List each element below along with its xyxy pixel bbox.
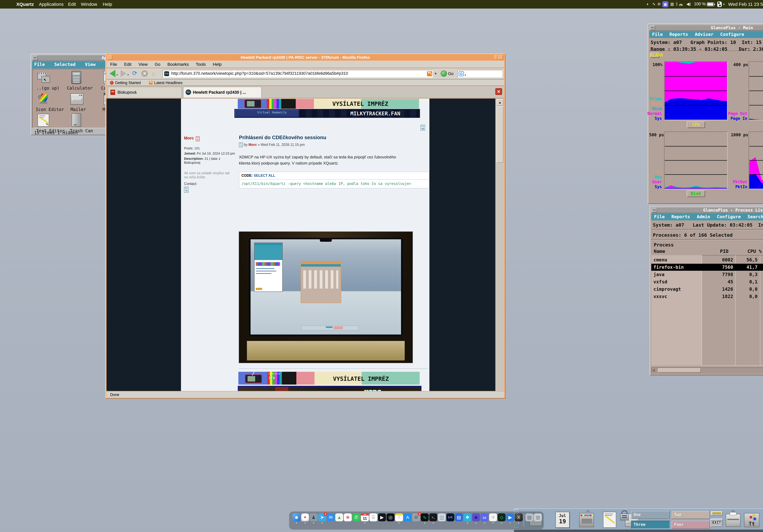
- menu-reports[interactable]: Reports: [670, 32, 688, 37]
- menu-file[interactable]: File: [652, 32, 663, 37]
- dock-reminders-icon[interactable]: ☰: [370, 513, 378, 521]
- workspace-two-button[interactable]: Two: [672, 511, 710, 519]
- dock-apple-tv-icon[interactable]: ▶: [378, 513, 386, 521]
- dock-remote-icon[interactable]: ▤: [455, 513, 463, 521]
- dock-notes-icon[interactable]: ≡: [395, 513, 403, 521]
- menu-file[interactable]: File: [110, 62, 117, 67]
- go-button-icon[interactable]: [441, 71, 447, 76]
- menu-bookmarks[interactable]: Bookmarks: [167, 62, 189, 67]
- menu-adviser[interactable]: Adviser: [695, 32, 713, 37]
- bookmark-latest-headlines[interactable]: Latest Headlines: [154, 80, 182, 85]
- url-bar[interactable]: ŠTB http://forum.370.network/viewtopic.p…: [163, 70, 433, 77]
- dock-photo-booth-icon[interactable]: ☻: [472, 513, 480, 521]
- col-pid[interactable]: PID: [720, 248, 728, 255]
- calculator-icon[interactable]: [71, 71, 81, 84]
- post-photo[interactable]: [239, 231, 413, 363]
- exit-button[interactable]: EXIT: [710, 519, 723, 526]
- dock-lightroom-classic-icon[interactable]: LrC: [446, 513, 454, 521]
- home-icon[interactable]: ⌂: [152, 70, 155, 77]
- contact-icon[interactable]: F2 7B: [184, 187, 188, 192]
- subpanel-up-arrow[interactable]: [731, 509, 735, 512]
- menu-admin[interactable]: Admin: [697, 214, 710, 220]
- print-view-icon[interactable]: F1 00: [421, 125, 425, 131]
- menu-go[interactable]: Go: [155, 62, 161, 67]
- process-row-firefox-bin[interactable]: firefox-bin756041,71,1SLEEP: [651, 264, 763, 271]
- file-manager-minimize[interactable]: [33, 55, 38, 60]
- go-up-icon[interactable]: ↖: [38, 73, 51, 83]
- dock-calendar-icon[interactable]: FEB11: [361, 513, 369, 521]
- text-editor-item-icon[interactable]: [38, 114, 49, 127]
- post-icon[interactable]: F1 13: [239, 143, 243, 147]
- dock-activity-monitor-icon[interactable]: ∿: [421, 513, 429, 521]
- bluetooth-icon[interactable]: ᛒ: [676, 2, 678, 6]
- menu-search[interactable]: Search: [748, 214, 763, 220]
- forward-dropdown-icon[interactable]: ▾: [127, 73, 129, 77]
- process-row-vxsvc[interactable]: vxsvc18220,00,0OTHER: [651, 293, 763, 300]
- glance-main-minimize[interactable]: [650, 26, 655, 30]
- stats-icon[interactable]: ∿: [652, 2, 656, 6]
- process-row-cimprovagt[interactable]: cimprovagt14260,00,0SLEEP: [651, 286, 763, 293]
- trash-can-icon[interactable]: [72, 113, 81, 127]
- icon-editor-icon[interactable]: [37, 93, 50, 105]
- firefox-maximize[interactable]: [498, 55, 503, 60]
- menu-view[interactable]: View: [85, 62, 95, 67]
- mailer-label[interactable]: Mailer: [70, 107, 86, 112]
- subpanel-up-arrow[interactable]: [586, 509, 591, 512]
- dock-telegram-icon[interactable]: ➤1: [318, 513, 326, 521]
- workspace-three-button[interactable]: Three: [631, 521, 670, 529]
- workspace-four-button[interactable]: Four: [672, 521, 710, 529]
- dock-safari-icon[interactable]: ✦: [301, 513, 309, 521]
- menu-reports[interactable]: Reports: [671, 214, 690, 220]
- dock-system-settings-icon[interactable]: ⚙1: [412, 513, 420, 521]
- process-list-minimize[interactable]: [652, 208, 657, 212]
- dock-green-app-icon[interactable]: ◇: [497, 513, 505, 521]
- icon-editor-label[interactable]: Icon Editor: [36, 107, 64, 112]
- scroll-up-arrow[interactable]: ▲: [496, 99, 503, 106]
- search-engine-icon[interactable]: G: [459, 71, 464, 76]
- moon-icon[interactable]: ◐: [647, 2, 649, 6]
- wifi-icon[interactable]: (((: [679, 4, 683, 6]
- volume-icon[interactable]: ◀): [686, 2, 691, 6]
- firefox-minimize[interactable]: [107, 55, 112, 60]
- disk-button[interactable]: Disk: [687, 190, 705, 197]
- tab-hewlett-packard[interactable]: ŠTB Hewlett Packard rp2430 | ...: [183, 87, 262, 98]
- menu-help[interactable]: Help: [213, 62, 222, 67]
- menu-help[interactable]: Help: [103, 2, 112, 7]
- menu-edit[interactable]: Edit: [124, 62, 131, 67]
- app-menu-xquartz[interactable]: XQuartz: [16, 2, 34, 7]
- privacy-icon[interactable]: ⊘: [657, 2, 661, 6]
- bookmark-getting-started[interactable]: Getting Started: [115, 80, 141, 85]
- page-scrollbar[interactable]: ▲: [496, 99, 504, 391]
- menu-tools[interactable]: Tools: [196, 62, 206, 67]
- touchbar-icon[interactable]: ▥: [670, 2, 674, 6]
- author-link[interactable]: Morc: [184, 136, 194, 141]
- menu-view[interactable]: View: [138, 62, 148, 67]
- menu-configure[interactable]: Configure: [720, 32, 744, 37]
- screen-sharing-icon[interactable]: ▣: [662, 1, 668, 7]
- style-manager-icon[interactable]: Tt: [744, 513, 759, 527]
- dock-player-icon[interactable]: ▶: [506, 513, 514, 521]
- battery-icon[interactable]: [707, 2, 714, 6]
- byline-author[interactable]: Morc: [249, 143, 257, 147]
- menubar-clock[interactable]: Wed Feb 11 23 55 10: [728, 2, 763, 7]
- rss-icon[interactable]: [427, 71, 432, 76]
- dock-photos-icon[interactable]: ❀: [344, 513, 352, 521]
- dock-app-store-icon[interactable]: A: [404, 513, 411, 521]
- process-row-java[interactable]: java77980,30,0OTHER: [651, 271, 763, 278]
- reload-icon[interactable]: ⟳: [132, 69, 137, 77]
- process-row-cmenu[interactable]: cmenu600256,50,0PRI: [651, 257, 763, 264]
- dock-downloads-icon[interactable]: ▤: [525, 513, 533, 521]
- printer-icon[interactable]: [726, 514, 740, 527]
- back-button[interactable]: [110, 70, 115, 77]
- mailer-item-icon[interactable]: [70, 93, 83, 105]
- col-cpu[interactable]: CPU %: [747, 248, 762, 255]
- stop-icon[interactable]: ✕: [141, 70, 148, 77]
- back-dropdown-icon[interactable]: ▾: [116, 73, 118, 77]
- menu-window[interactable]: Window: [81, 2, 97, 7]
- posts-count[interactable]: 181: [194, 146, 200, 150]
- menu-edit[interactable]: Edit: [68, 2, 76, 7]
- tab-close-button[interactable]: ✕: [495, 88, 502, 95]
- menu-configure[interactable]: Configure: [717, 214, 741, 220]
- dock-racket-app-icon[interactable]: ✳: [489, 513, 497, 521]
- firefox-shade[interactable]: [494, 55, 497, 60]
